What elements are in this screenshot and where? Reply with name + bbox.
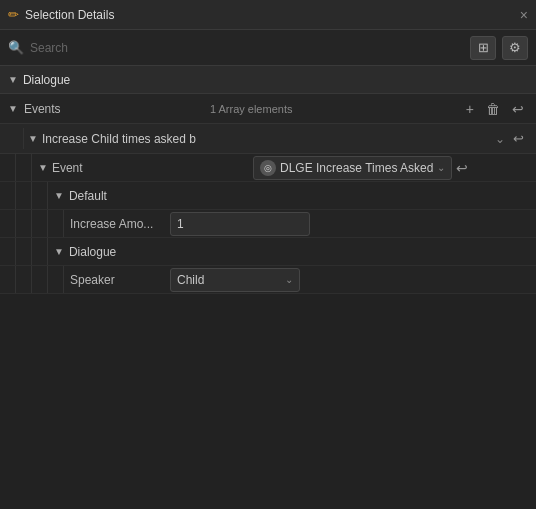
dialogue-sub-chevron-icon[interactable]: ▼ bbox=[54, 246, 64, 257]
grid-icon: ⊞ bbox=[478, 40, 489, 55]
expand-arrow-icon[interactable]: ⌄ bbox=[495, 132, 505, 146]
grid-view-button[interactable]: ⊞ bbox=[470, 36, 496, 60]
speaker-dropdown-text: Child bbox=[177, 273, 281, 287]
indent-bar-6b bbox=[16, 266, 32, 293]
indent-bar-6d bbox=[48, 266, 64, 293]
event-sub-row: ▼ Event ◎ DLGE Increase Times Asked ⌄ ↩ bbox=[0, 154, 536, 182]
indent-bar-4d bbox=[48, 210, 64, 237]
indent-bar-6c bbox=[32, 266, 48, 293]
indent-bar-6a bbox=[0, 266, 16, 293]
event-val-cell: ◎ DLGE Increase Times Asked ⌄ ↩ bbox=[247, 156, 536, 180]
settings-button[interactable]: ⚙ bbox=[502, 36, 528, 60]
indent-bar-5b bbox=[16, 238, 32, 265]
search-input[interactable] bbox=[30, 41, 464, 55]
increase-amount-label: Increase Amo... bbox=[70, 217, 153, 231]
indent-bar-4c bbox=[32, 210, 48, 237]
increase-amount-content: Increase Amo... bbox=[64, 212, 536, 236]
increase-amount-key: Increase Amo... bbox=[64, 217, 164, 231]
toolbar: 🔍 ⊞ ⚙ bbox=[0, 30, 536, 66]
event-key-label: Event bbox=[52, 161, 83, 175]
default-section-content: ▼ Default bbox=[48, 185, 536, 207]
close-button[interactable]: × bbox=[520, 8, 528, 22]
undo-array-item-button[interactable]: ↩ bbox=[509, 130, 528, 147]
indent-bar-4b bbox=[16, 210, 32, 237]
delete-event-button[interactable]: 🗑 bbox=[482, 100, 504, 118]
speaker-row: Speaker Child ⌄ bbox=[0, 266, 536, 294]
indent-bar-1 bbox=[8, 128, 24, 149]
undo-event-button[interactable]: ↩ bbox=[452, 159, 472, 177]
indent-bar-5a bbox=[0, 238, 16, 265]
title-bar: ✏ Selection Details × bbox=[0, 0, 536, 30]
main-panel: ▼ Dialogue ▼ Events 1 Array elements + 🗑… bbox=[0, 66, 536, 509]
gear-icon: ⚙ bbox=[509, 40, 521, 55]
default-section-label: Default bbox=[69, 189, 107, 203]
default-chevron-icon[interactable]: ▼ bbox=[54, 190, 64, 201]
dialogue-sub-section-content: ▼ Dialogue bbox=[48, 241, 536, 263]
events-chevron-icon[interactable]: ▼ bbox=[8, 103, 18, 114]
events-label: Events bbox=[24, 102, 204, 116]
expand-chevron-icon[interactable]: ▼ bbox=[28, 133, 38, 144]
speaker-dropdown[interactable]: Child ⌄ bbox=[170, 268, 300, 292]
speaker-val: Child ⌄ bbox=[164, 268, 536, 292]
indent-bar-2a bbox=[0, 154, 16, 181]
dropdown-chevron-icon: ⌄ bbox=[437, 162, 445, 173]
speaker-label: Speaker bbox=[70, 273, 115, 287]
events-count: 1 Array elements bbox=[210, 103, 456, 115]
chevron-down-icon: ▼ bbox=[8, 74, 18, 85]
event-key-cell: ▼ Event bbox=[32, 161, 247, 175]
add-event-button[interactable]: + bbox=[462, 100, 478, 118]
dialogue-section-header[interactable]: ▼ Dialogue bbox=[0, 66, 536, 94]
indent-bar-4a bbox=[0, 210, 16, 237]
indent-bar-5c bbox=[32, 238, 48, 265]
speaker-key: Speaker bbox=[64, 273, 164, 287]
increase-amount-row: Increase Amo... bbox=[0, 210, 536, 238]
undo-events-button[interactable]: ↩ bbox=[508, 100, 528, 118]
edit-icon: ✏ bbox=[8, 7, 19, 22]
event-chevron-icon: ▼ bbox=[38, 162, 48, 173]
search-icon: 🔍 bbox=[8, 40, 24, 55]
indent-bar-2b bbox=[16, 154, 32, 181]
indent-bar-3a bbox=[0, 182, 16, 209]
window-title: Selection Details bbox=[25, 8, 514, 22]
speaker-content: Speaker Child ⌄ bbox=[64, 268, 536, 292]
speaker-dropdown-chevron-icon: ⌄ bbox=[285, 274, 293, 285]
events-actions: + 🗑 ↩ bbox=[462, 100, 528, 118]
array-item-row: ▼ Increase Child times asked b ⌄ ↩ bbox=[0, 124, 536, 154]
events-row: ▼ Events 1 Array elements + 🗑 ↩ bbox=[0, 94, 536, 124]
event-type-text: DLGE Increase Times Asked bbox=[280, 161, 433, 175]
dialogue-sub-section-label: Dialogue bbox=[69, 245, 116, 259]
array-item-value: Increase Child times asked b bbox=[42, 132, 491, 146]
increase-amount-val bbox=[164, 212, 536, 236]
indent-bar-3c bbox=[32, 182, 48, 209]
default-section-row: ▼ Default bbox=[0, 182, 536, 210]
toolbar-right: ⊞ ⚙ bbox=[470, 36, 528, 60]
dialogue-sub-section-row: ▼ Dialogue bbox=[0, 238, 536, 266]
indent-bar-3b bbox=[16, 182, 32, 209]
dlge-icon: ◎ bbox=[260, 160, 276, 176]
increase-amount-input[interactable] bbox=[170, 212, 310, 236]
event-sub-content: ▼ Event ◎ DLGE Increase Times Asked ⌄ ↩ bbox=[32, 156, 536, 180]
event-type-dropdown[interactable]: ◎ DLGE Increase Times Asked ⌄ bbox=[253, 156, 452, 180]
dialogue-section-label: Dialogue bbox=[23, 73, 70, 87]
